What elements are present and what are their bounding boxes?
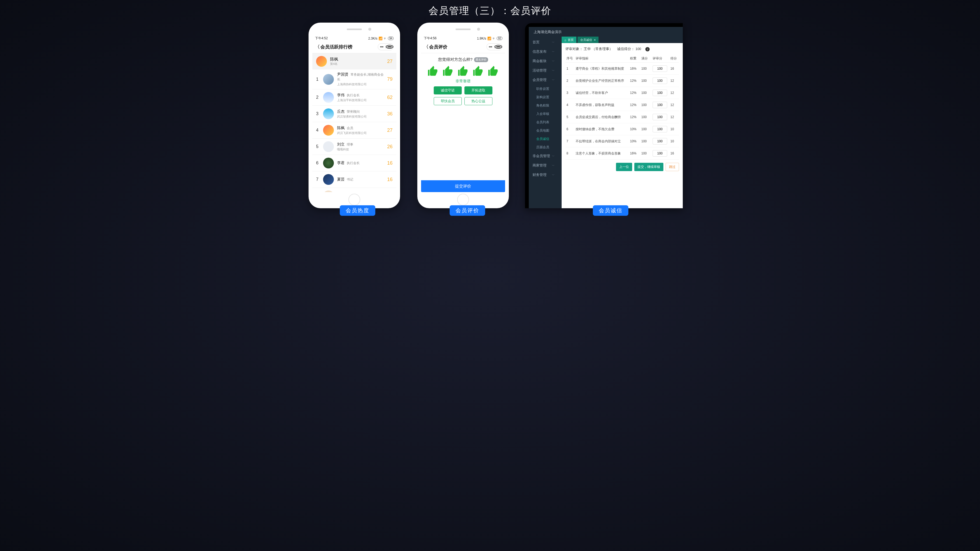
- ranking-row[interactable]: 7夏芸书记16: [312, 171, 396, 188]
- avatar: [323, 125, 334, 136]
- more-icon[interactable]: •••: [378, 45, 385, 49]
- sidebar-item[interactable]: 首页﹀: [529, 38, 558, 47]
- member-role: 执行会长: [347, 161, 360, 165]
- tab-credit[interactable]: 会员诚信✕: [578, 37, 598, 43]
- thumb-up-icon[interactable]: [472, 65, 484, 77]
- info-icon[interactable]: i: [645, 47, 650, 51]
- sidebar-subitem[interactable]: 角色权限: [529, 102, 558, 110]
- sidebar-item[interactable]: 活动管理﹀: [529, 66, 558, 75]
- mini-program-capsule[interactable]: •••: [487, 43, 503, 50]
- ranking-list[interactable]: 1尹国贤常务副会长,湖南商会会长上海商协科技有限公司792李伟执行会长上海治平科…: [312, 70, 396, 192]
- ranking-row[interactable]: 5刘立理事嘎嘎科技26: [312, 138, 396, 155]
- sidebar[interactable]: 首页﹀信息发布﹀商会板块﹀活动管理﹀会员管理﹀职务设置架构设置角色权限入会审核会…: [529, 38, 558, 180]
- sidebar-subitem[interactable]: 架构设置: [529, 93, 558, 102]
- thumb-up-icon[interactable]: [457, 65, 469, 77]
- sidebar-subitem[interactable]: 历届会员: [529, 143, 558, 151]
- member-name: 陈枫: [337, 125, 345, 130]
- sidebar-subitem[interactable]: 职务设置: [529, 85, 558, 93]
- avatar: [323, 92, 334, 103]
- prev-button[interactable]: 上一位: [616, 163, 632, 171]
- status-bar: 下午4:52 2.3K/s 📶 ᯤ 94: [312, 35, 396, 41]
- sidebar-subitem[interactable]: 会员列表: [529, 118, 558, 127]
- close-tab-icon[interactable]: ✕: [593, 38, 596, 41]
- ranking-row[interactable]: 1尹国贤常务副会长,湖南商会会长上海商协科技有限公司79: [312, 70, 396, 89]
- anonymous-chip[interactable]: 匿名评价: [474, 57, 488, 62]
- submit-rating-button[interactable]: 提交评价: [421, 180, 505, 192]
- rating-text: 非常靠谱: [424, 79, 502, 84]
- member-role: 荣誉顾问: [347, 110, 360, 114]
- signal-icon: 📶: [487, 37, 492, 40]
- chevron-down-icon: ﹀: [552, 173, 555, 177]
- sidebar-subitem[interactable]: 入会审核: [529, 110, 558, 118]
- close-icon[interactable]: [495, 45, 502, 49]
- cell-input: [652, 87, 669, 99]
- table-row: 2自觉维护企业生产经营的正常秩序12%10012: [565, 75, 679, 87]
- chevron-down-icon: ﹀: [552, 50, 555, 54]
- home-button[interactable]: [348, 194, 360, 206]
- cell-input: [652, 135, 669, 148]
- sidebar-item[interactable]: 商家管理﹀: [529, 161, 558, 170]
- rating-tag[interactable]: 开拓进取: [465, 86, 492, 94]
- rating-tag[interactable]: 诚信守诺: [434, 86, 462, 94]
- sidebar-item[interactable]: 商会板块﹀: [529, 57, 558, 66]
- ranking-row[interactable]: 3丘杰荣誉顾问武汉智勇科技有限公司36: [312, 106, 396, 122]
- more-icon[interactable]: •••: [487, 45, 494, 49]
- score-input[interactable]: [652, 65, 667, 72]
- score-input[interactable]: [652, 90, 667, 96]
- submit-continue-button[interactable]: 提交，继续审核: [634, 163, 663, 171]
- home-button[interactable]: [457, 194, 469, 206]
- page-title: 会员管理（三）：会员评价: [294, 4, 686, 17]
- cell-input: [652, 148, 669, 160]
- rating-tag[interactable]: 热心公益: [465, 97, 492, 105]
- rating-thumbs[interactable]: [424, 65, 502, 77]
- score-input[interactable]: [652, 114, 667, 120]
- cell-index: 6: [565, 123, 574, 135]
- chevron-down-icon: ﹀: [552, 78, 555, 82]
- status-net-speed: 2.3K/s: [368, 37, 377, 40]
- table-row: 4不弄虚作假，获取名声利益12%10012: [565, 99, 679, 111]
- close-icon[interactable]: [386, 45, 393, 49]
- cell-score: 16: [669, 63, 679, 75]
- sidebar-subitem[interactable]: 会员诚信: [529, 135, 558, 143]
- cell-weight: 12%: [629, 87, 640, 99]
- cell-score: 10: [669, 123, 679, 135]
- sidebar-item-members[interactable]: 会员管理﹀: [529, 75, 558, 85]
- cell-full: 100: [640, 75, 652, 87]
- sidebar-subitem[interactable]: 会员地图: [529, 127, 558, 135]
- mini-program-capsule[interactable]: •••: [378, 43, 394, 50]
- table-header: 评审指标: [574, 55, 629, 63]
- rank-index: 1: [316, 77, 320, 82]
- ranking-row[interactable]: 4陈枫会员武汉飞跃科技有限公司27: [312, 122, 396, 138]
- score-input[interactable]: [652, 102, 667, 108]
- sidebar-item[interactable]: 信息发布﹀: [529, 47, 558, 57]
- credit-panel: 评审对象： 王华 （常务理事） 诚信得分： 100 i 序号评审指标权重满分评审…: [562, 43, 683, 208]
- rating-tag[interactable]: 帮扶会员: [434, 97, 462, 105]
- cell-full: 100: [640, 135, 652, 148]
- ranking-row[interactable]: 2李伟执行会长上海治平科技有限公司62: [312, 89, 396, 106]
- member-role: 理事: [347, 143, 353, 146]
- cell-full: 100: [640, 63, 652, 75]
- thumb-up-icon[interactable]: [427, 65, 439, 77]
- table-row: 7不拉帮结派，在商会内部搞对立10%10010: [565, 135, 679, 148]
- skip-button[interactable]: 跳过: [665, 163, 679, 171]
- thumb-up-icon[interactable]: [487, 65, 499, 77]
- tab-home[interactable]: ⌂首页: [562, 37, 576, 43]
- sidebar-item[interactable]: 财务管理﹀: [529, 170, 558, 180]
- back-icon[interactable]: 〈: [315, 44, 320, 50]
- thumb-up-icon[interactable]: [442, 65, 454, 77]
- desktop-frame: 上海湖北商会演示 首页﹀信息发布﹀商会板块﹀活动管理﹀会员管理﹀职务设置架构设置…: [525, 23, 683, 208]
- pinned-score: 27: [387, 59, 393, 64]
- cell-metric: 会员促成交易后，付给商会酬劳: [574, 111, 629, 123]
- score-input[interactable]: [652, 138, 667, 144]
- score-input[interactable]: [652, 78, 667, 84]
- sidebar-item[interactable]: 非会员管理﹀: [529, 151, 558, 161]
- cell-index: 5: [565, 111, 574, 123]
- phone-ranking: 下午4:52 2.3K/s 📶 ᯤ 94 〈 会员活跃排行榜 •••: [309, 22, 400, 208]
- battery-icon: 92: [497, 37, 503, 40]
- score-input[interactable]: [652, 126, 667, 132]
- score-input[interactable]: [652, 150, 667, 157]
- cell-index: 8: [565, 148, 574, 160]
- pinned-self-row[interactable]: 陈枫 第4名 27: [312, 53, 396, 70]
- ranking-row[interactable]: 6李君执行会长16: [312, 155, 396, 171]
- back-icon[interactable]: 〈: [424, 44, 429, 50]
